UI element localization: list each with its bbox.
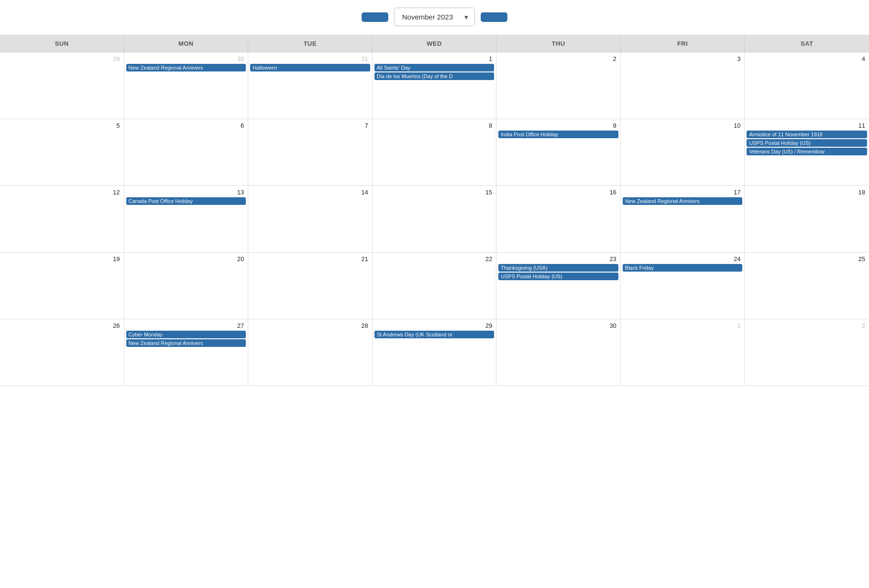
cal-cell-14-w2[interactable]: 14 <box>248 186 373 253</box>
day-number: 15 <box>374 188 495 197</box>
cal-cell-2-w0[interactable]: 2 <box>496 52 621 119</box>
day-number: 5 <box>2 121 122 131</box>
day-number: 18 <box>747 188 867 197</box>
cal-cell-2-w4[interactable]: 2 <box>745 319 869 386</box>
prev-button[interactable] <box>362 12 388 22</box>
weekday-header-thu: THU <box>496 35 621 52</box>
cal-cell-13-w2[interactable]: 13Canada Post Office Holiday <box>124 186 249 253</box>
day-number: 14 <box>250 188 370 197</box>
event-pill[interactable]: Halloween <box>250 64 370 71</box>
cal-cell-22-w3[interactable]: 22 <box>373 253 497 319</box>
day-number: 19 <box>2 254 122 264</box>
cal-cell-30-w0[interactable]: 30New Zealand Regional Annivers <box>124 52 249 119</box>
day-number: 31 <box>250 54 370 64</box>
cal-cell-3-w0[interactable]: 3 <box>621 52 745 119</box>
weekday-header-mon: MON <box>124 35 249 52</box>
cal-cell-24-w3[interactable]: 24Black Friday <box>621 253 745 319</box>
weekday-header-sat: SAT <box>745 35 869 52</box>
event-pill[interactable]: New Zealand Regional Annivers <box>623 197 743 205</box>
day-number: 8 <box>374 121 495 131</box>
day-number: 22 <box>374 254 495 264</box>
weekday-header-wed: WED <box>373 35 497 52</box>
cal-cell-9-w1[interactable]: 9India Post Office Holiday <box>496 119 621 186</box>
event-pill[interactable]: All Saints' Day <box>374 64 495 71</box>
cal-cell-17-w2[interactable]: 17New Zealand Regional Annivers <box>621 186 745 253</box>
event-pill[interactable]: India Post Office Holiday <box>498 131 618 138</box>
cal-cell-26-w4[interactable]: 26 <box>0 319 124 386</box>
cal-cell-30-w4[interactable]: 30 <box>496 319 621 386</box>
cal-cell-27-w4[interactable]: 27Cyber MondayNew Zealand Regional Anniv… <box>124 319 249 386</box>
cal-cell-10-w1[interactable]: 10 <box>621 119 745 186</box>
day-number: 24 <box>623 254 743 264</box>
cal-cell-19-w3[interactable]: 19 <box>0 253 124 319</box>
calendar-header: SUNMONTUEWEDTHUFRISAT <box>0 35 869 52</box>
cal-cell-15-w2[interactable]: 15 <box>373 186 497 253</box>
day-number: 30 <box>498 321 618 331</box>
weekday-header-sun: SUN <box>0 35 124 52</box>
calendar: SUNMONTUEWEDTHUFRISAT 2930New Zealand Re… <box>0 35 869 386</box>
event-pill[interactable]: St Andrews Day (UK Scotland or <box>374 331 495 338</box>
cal-cell-4-w0[interactable]: 4 <box>745 52 869 119</box>
cal-cell-29-w0[interactable]: 29 <box>0 52 124 119</box>
event-pill[interactable]: USPS Postal Holiday (US) <box>498 273 618 280</box>
day-number: 27 <box>126 321 246 331</box>
day-number: 21 <box>250 254 370 264</box>
calendar-body: 2930New Zealand Regional Annivers31Hallo… <box>0 52 869 386</box>
cal-cell-23-w3[interactable]: 23Thanksgiving (USA)USPS Postal Holiday … <box>496 253 621 319</box>
month-select[interactable]: October 2023November 2023December 2023 <box>394 8 475 26</box>
weekday-header-fri: FRI <box>621 35 745 52</box>
month-selector-wrap: October 2023November 2023December 2023 ▼ <box>394 8 475 26</box>
cal-cell-25-w3[interactable]: 25 <box>745 253 869 319</box>
cal-cell-1-w4[interactable]: 1 <box>621 319 745 386</box>
day-number: 13 <box>126 188 246 197</box>
cal-cell-20-w3[interactable]: 20 <box>124 253 249 319</box>
day-number: 6 <box>126 121 246 131</box>
event-pill[interactable]: New Zealand Regional Annivers <box>126 64 246 71</box>
weekday-header-tue: TUE <box>248 35 373 52</box>
day-number: 25 <box>747 254 867 264</box>
cal-cell-1-w0[interactable]: 1All Saints' DayDia de los Muertos (Day … <box>373 52 497 119</box>
event-pill[interactable]: Canada Post Office Holiday <box>126 197 246 205</box>
day-number: 4 <box>747 54 867 64</box>
day-number: 16 <box>498 188 618 197</box>
event-pill[interactable]: Veterans Day (US) / Remembrar <box>747 148 867 155</box>
cal-cell-31-w0[interactable]: 31Halloween <box>248 52 373 119</box>
day-number: 30 <box>126 54 246 64</box>
cal-cell-16-w2[interactable]: 16 <box>496 186 621 253</box>
event-pill[interactable]: Cyber Monday <box>126 331 246 338</box>
day-number: 17 <box>623 188 743 197</box>
day-number: 2 <box>498 54 618 64</box>
event-pill[interactable]: Thanksgiving (USA) <box>498 264 618 272</box>
day-number: 12 <box>2 188 122 197</box>
day-number: 29 <box>374 321 495 331</box>
day-number: 28 <box>250 321 370 331</box>
event-pill[interactable]: Dia de los Muertos (Day of the D <box>374 72 495 80</box>
cal-cell-18-w2[interactable]: 18 <box>745 186 869 253</box>
day-number: 3 <box>623 54 743 64</box>
day-number: 1 <box>374 54 495 64</box>
cal-cell-21-w3[interactable]: 21 <box>248 253 373 319</box>
calendar-nav: October 2023November 2023December 2023 ▼ <box>0 0 869 35</box>
day-number: 1 <box>623 321 743 331</box>
event-pill[interactable]: Armistice of 11 November 1918 <box>747 131 867 138</box>
cal-cell-12-w2[interactable]: 12 <box>0 186 124 253</box>
cal-cell-7-w1[interactable]: 7 <box>248 119 373 186</box>
day-number: 20 <box>126 254 246 264</box>
cal-cell-28-w4[interactable]: 28 <box>248 319 373 386</box>
event-pill[interactable]: Black Friday <box>623 264 743 272</box>
day-number: 7 <box>250 121 370 131</box>
next-button[interactable] <box>481 12 507 22</box>
day-number: 23 <box>498 254 618 264</box>
event-pill[interactable]: USPS Postal Holiday (US) <box>747 139 867 147</box>
cal-cell-29-w4[interactable]: 29St Andrews Day (UK Scotland or <box>373 319 497 386</box>
day-number: 26 <box>2 321 122 331</box>
event-pill[interactable]: New Zealand Regional Annivers <box>126 339 246 347</box>
cal-cell-11-w1[interactable]: 11Armistice of 11 November 1918USPS Post… <box>745 119 869 186</box>
day-number: 11 <box>747 121 867 131</box>
day-number: 9 <box>498 121 618 131</box>
cal-cell-8-w1[interactable]: 8 <box>373 119 497 186</box>
day-number: 10 <box>623 121 743 131</box>
day-number: 29 <box>2 54 122 64</box>
cal-cell-5-w1[interactable]: 5 <box>0 119 124 186</box>
cal-cell-6-w1[interactable]: 6 <box>124 119 249 186</box>
